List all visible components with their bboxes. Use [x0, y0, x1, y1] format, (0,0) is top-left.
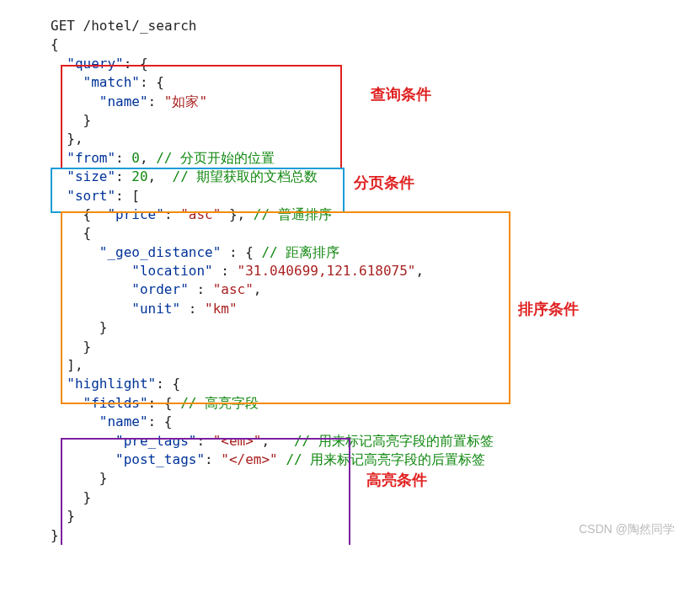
order-line: "order" : "asc",: [51, 280, 700, 299]
watermark: CSDN @陶然同学: [579, 521, 675, 538]
paging-label: 分页条件: [354, 173, 414, 194]
location-line: "location" : "31.040699,121.618075",: [51, 262, 700, 280]
sort-label: 排序条件: [518, 299, 579, 320]
query-label: 查询条件: [371, 84, 431, 105]
request-line: GET /hotel/_search: [51, 17, 700, 35]
request-path: /hotel/_search: [83, 18, 197, 34]
pre-tags-line: "pre_tags": "<em>", // 用来标记高亮字段的前置标签: [51, 432, 700, 451]
query-open: "query": {: [51, 55, 700, 73]
highlight-label: 高亮条件: [366, 470, 427, 491]
highlight-open: "highlight": {: [51, 375, 700, 393]
brace-open: {: [51, 35, 700, 54]
geo-open: "_geo_distance" : { // 距离排序: [51, 243, 700, 262]
fields-open: "fields": { // 高亮字段: [51, 394, 700, 413]
from-line: "from": 0, // 分页开始的位置: [51, 149, 700, 168]
unit-line: "unit" : "km": [51, 300, 700, 318]
post-tags-line: "post_tags": "</em>" // 用来标记高亮字段的后置标签: [51, 451, 700, 469]
http-method: GET: [51, 18, 75, 34]
price-sort: { "price": "asc" }, // 普通排序: [51, 205, 700, 224]
